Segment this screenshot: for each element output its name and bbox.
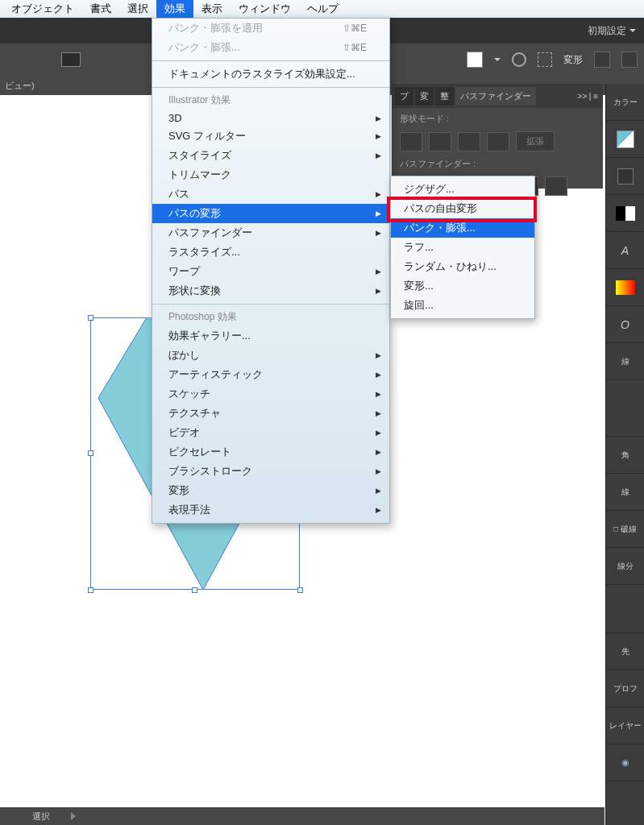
menu-artistic[interactable]: アーティスティック <box>152 365 389 384</box>
menu-render[interactable]: 表現手法 <box>152 500 389 520</box>
minus-back-icon[interactable] <box>545 176 567 196</box>
status-bar: 選択 <box>0 807 605 825</box>
color-panel-label[interactable]: カラー <box>613 97 638 108</box>
workspace-switcher[interactable]: 初期設定 <box>588 24 636 38</box>
fill-swatch[interactable] <box>467 52 483 68</box>
minus-front-icon[interactable] <box>429 132 451 151</box>
menu-convert-shape[interactable]: 形状に変換 <box>152 281 389 301</box>
panel-tab[interactable]: 整 <box>435 87 454 106</box>
menu-window[interactable]: ウィンドウ <box>231 0 299 19</box>
bw-swatch-icon[interactable] <box>616 206 635 221</box>
shape-mode-label: 形状モード : <box>400 113 595 125</box>
menu-texture[interactable]: テクスチャ <box>152 404 389 423</box>
menu-svg-filter[interactable]: SVG フィルター <box>152 126 389 146</box>
menu-video[interactable]: ビデオ <box>152 423 389 442</box>
panel-collapse-icon[interactable]: >> | ≡ <box>577 92 598 101</box>
menu-trim-marks[interactable]: トリムマーク <box>152 165 389 184</box>
stroke-label: 線 <box>621 487 629 498</box>
submenu-free-distort[interactable]: パスの自由変形 <box>391 199 534 218</box>
submenu-twist[interactable]: 旋回... <box>391 296 534 315</box>
submenu-roughen[interactable]: ラフ... <box>391 238 534 257</box>
submenu-transform[interactable]: 変形... <box>391 276 534 296</box>
fill-stroke-icon[interactable] <box>617 131 634 148</box>
menu-distort[interactable]: 変形 <box>152 481 389 500</box>
distort-submenu: ジグザグ... パスの自由変形 パンク・膨張... ラフ... ランダム・ひねり… <box>390 176 535 319</box>
menu-brushstroke[interactable]: ブラシストローク <box>152 462 389 481</box>
profile-label: プロフ <box>613 683 638 694</box>
opentype-icon[interactable]: O <box>621 318 629 331</box>
menu-pixelate[interactable]: ピクセレート <box>152 442 389 462</box>
chevron-down-icon <box>494 58 501 61</box>
layer-panel-label[interactable]: レイヤー <box>609 720 642 732</box>
menu-effect-gallery[interactable]: 効果ギャラリー... <box>152 326 389 346</box>
visibility-icon[interactable]: ◉ <box>621 757 629 768</box>
menu-object[interactable]: オブジェクト <box>3 0 82 19</box>
submenu-pucker-bloat[interactable]: パンク・膨張... <box>391 218 534 238</box>
menu-select[interactable]: 選択 <box>119 0 156 19</box>
document-tab[interactable]: ビュー) <box>5 80 35 92</box>
stroke-swatch[interactable] <box>61 52 81 67</box>
menu-format[interactable]: 書式 <box>82 0 119 19</box>
menu-stylize[interactable]: スタイライズ <box>152 146 389 165</box>
shape-icon[interactable] <box>621 52 638 68</box>
menu-sketch[interactable]: スケッチ <box>152 384 389 404</box>
intersect-icon[interactable] <box>458 132 480 151</box>
pathfinder-label: パスファインダー : <box>400 158 595 170</box>
chevron-down-icon <box>629 29 636 32</box>
menu-effect[interactable]: 効果 <box>156 0 193 19</box>
workspace-label: 初期設定 <box>588 24 626 38</box>
menu-rasterize[interactable]: ラスタライズ... <box>152 243 389 262</box>
menu-last-effect: パンク・膨張...⇧⌘E <box>152 38 389 57</box>
menu-distort-transform[interactable]: パスの変形 <box>152 204 389 223</box>
status-arrow-icon[interactable] <box>71 812 76 820</box>
menu-warp[interactable]: ワープ <box>152 262 389 281</box>
gradient-icon[interactable] <box>616 280 635 295</box>
dashed-label[interactable]: □ 破線 <box>613 524 637 535</box>
menu-pathfinder[interactable]: パスファインダー <box>152 223 389 243</box>
unite-icon[interactable] <box>400 132 422 151</box>
type-icon[interactable]: A <box>621 244 629 257</box>
menubar: オブジェクト 書式 選択 効果 表示 ウィンドウ ヘルプ <box>0 0 644 18</box>
menu-apply-last: パンク・膨張を適用⇧⌘E <box>152 19 389 38</box>
submenu-tweak[interactable]: ランダム・ひねり... <box>391 257 534 276</box>
submenu-zigzag[interactable]: ジグザグ... <box>391 180 534 199</box>
tip-label: 先 <box>621 646 629 657</box>
effect-menu: パンク・膨張を適用⇧⌘E パンク・膨張...⇧⌘E ドキュメントのラスタライズ効… <box>152 18 390 524</box>
menu-raster-settings[interactable]: ドキュメントのラスタライズ効果設定... <box>152 64 389 84</box>
panel-tab-pathfinder[interactable]: パスファインダー <box>455 87 536 106</box>
menu-blur[interactable]: ぼかし <box>152 346 389 365</box>
menu-3d[interactable]: 3D <box>152 110 389 126</box>
exclude-icon[interactable] <box>487 132 509 151</box>
right-panel-dock: カラー A O 線 角 線 □ 破線 線分 先 プロフ レイヤー ◉ 1 レイ <box>605 84 644 825</box>
panel-tab[interactable]: 変 <box>415 87 434 106</box>
corner-label: 角 <box>621 450 629 461</box>
status-selection: 選択 <box>0 810 63 823</box>
expand-button[interactable]: 拡張 <box>516 131 555 151</box>
transform-label[interactable]: 変形 <box>563 53 583 67</box>
group-illustrator: Illustrator 効果 <box>152 91 389 110</box>
transform-bounds-icon[interactable] <box>538 52 552 67</box>
group-photoshop: Photoshop 効果 <box>152 308 389 326</box>
opacity-icon[interactable] <box>512 52 526 67</box>
stroke-panel-label[interactable]: 線 <box>621 356 629 367</box>
menu-view[interactable]: 表示 <box>193 0 231 19</box>
panel-tabs: プ 変 整 パスファインダー >> | ≡ <box>392 84 603 108</box>
panel-tab[interactable]: プ <box>395 87 413 106</box>
align-icon[interactable] <box>594 52 610 68</box>
swatches-icon[interactable] <box>617 168 634 184</box>
menu-path[interactable]: パス <box>152 184 389 204</box>
menu-help[interactable]: ヘルプ <box>299 0 347 19</box>
dash-label: 線分 <box>617 561 634 572</box>
